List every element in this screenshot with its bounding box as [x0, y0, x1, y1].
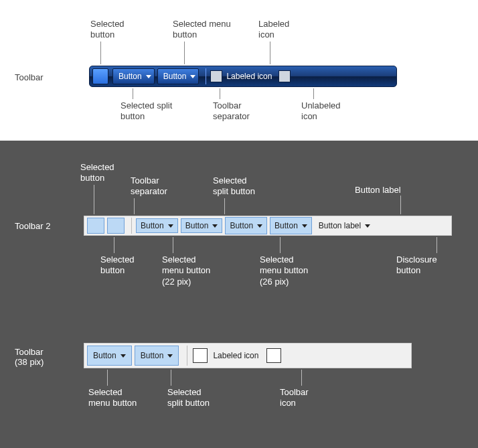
toolbar38-menu-button[interactable]: Button — [87, 346, 132, 366]
chevron-down-icon — [212, 224, 218, 228]
section-toolbar-2: Toolbar 2 Selected button Toolbar separa… — [0, 149, 478, 323]
button-label: Button — [93, 351, 116, 360]
chevron-down-icon — [168, 224, 173, 228]
section-toolbar-38: Toolbar (38 pix) Button Button Labeled i… — [0, 323, 478, 437]
callout-line — [436, 237, 437, 253]
callout-line — [94, 185, 94, 214]
callout-selected-button-b: Selected button — [100, 254, 135, 277]
toolbar2-selected-button-2[interactable] — [107, 218, 125, 234]
callout-selected-menu-button-26: Selected menu button (26 pix) — [260, 254, 308, 287]
toolbar-38: Button Button Labeled icon — [84, 343, 412, 368]
callout-line — [280, 237, 281, 253]
chevron-down-icon — [302, 224, 307, 228]
toolbar1-labeled-icon[interactable] — [210, 70, 222, 82]
chevron-down-icon — [365, 224, 370, 228]
chevron-down-icon — [167, 354, 173, 358]
button-label: Button — [185, 221, 209, 230]
callout-selected-menu-button: Selected menu button — [173, 19, 231, 41]
callout-line — [133, 88, 133, 99]
row-label-toolbar38: Toolbar (38 pix) — [15, 347, 44, 367]
callout-line — [114, 237, 114, 253]
callout-line — [270, 42, 270, 64]
section-dark: Toolbar 2 Selected button Toolbar separa… — [0, 141, 478, 448]
toolbar38-toolbar-icon[interactable] — [266, 348, 281, 363]
callout-line — [220, 88, 220, 99]
row-label-toolbar2: Toolbar 2 — [15, 221, 50, 231]
callout-selected-menu-button: Selected menu button — [88, 387, 137, 409]
toolbar1-menu-button[interactable]: Button — [157, 68, 200, 84]
chevron-down-icon — [146, 75, 151, 78]
toolbar38-labeled-icon[interactable] — [193, 348, 208, 363]
callout-toolbar-icon: Toolbar icon — [280, 387, 309, 409]
row-label-toolbar: Toolbar — [15, 72, 44, 82]
toolbar38-split-button[interactable]: Button — [135, 346, 179, 366]
toolbar2-selected-button-1[interactable] — [87, 218, 104, 234]
callout-line — [134, 198, 135, 214]
callout-selected-split-button: Selected split button — [121, 100, 172, 123]
callout-line — [224, 198, 225, 214]
callout-line — [400, 196, 401, 214]
button-label: Button — [274, 221, 298, 230]
callout-selected-button: Selected button — [90, 19, 125, 41]
callout-toolbar-separator: Toolbar separator — [131, 175, 167, 198]
toolbar-1: Button Button Labeled icon — [89, 66, 397, 87]
toolbar38-separator — [187, 346, 187, 366]
callout-line — [301, 370, 302, 386]
callout-line — [184, 42, 185, 64]
section-toolbar-1: Toolbar Selected button Selected menu bu… — [0, 0, 478, 141]
button-label: Button — [141, 221, 164, 230]
chevron-down-icon — [121, 354, 126, 358]
callout-unlabeled-icon: Unlabeled icon — [301, 100, 341, 123]
toolbar2-disclosure-button[interactable]: Button label — [319, 221, 370, 230]
chevron-down-icon — [190, 75, 195, 78]
callout-selected-menu-button-22: Selected menu button (22 pix) — [162, 254, 210, 287]
toolbar2-split-button[interactable]: Button — [181, 218, 223, 233]
toolbar1-separator — [206, 68, 206, 84]
toolbar1-split-button[interactable]: Button — [112, 68, 155, 84]
callout-line — [100, 42, 101, 64]
callout-labeled-icon: Labeled icon — [258, 19, 289, 41]
callout-button-label: Button label — [355, 185, 401, 196]
chevron-down-icon — [257, 224, 262, 228]
toolbar2-menu-button-22[interactable]: Button — [136, 218, 178, 233]
toolbar2-separator — [131, 218, 132, 234]
callout-toolbar-separator: Toolbar separator — [213, 100, 250, 123]
callout-disclosure-button: Disclosure button — [396, 254, 437, 277]
button-label: Button — [230, 221, 253, 230]
button-label: Button — [141, 351, 164, 360]
callout-line — [313, 88, 314, 99]
toolbar1-labeled-icon-text: Labeled icon — [226, 72, 272, 81]
toolbar-2: Button Button Button Button Button label — [84, 216, 452, 236]
button-label: Button — [118, 72, 142, 81]
callout-line — [107, 370, 108, 386]
callout-selected-button: Selected button — [80, 162, 114, 184]
callout-line — [173, 237, 173, 253]
toolbar2-menu-button-26a[interactable]: Button — [225, 217, 267, 234]
callout-selected-split-button: Selected split button — [213, 175, 255, 198]
toolbar1-unlabeled-icon[interactable] — [278, 70, 291, 82]
toolbar38-labeled-icon-text: Labeled icon — [213, 351, 258, 360]
callout-selected-split-button: Selected split button — [167, 387, 210, 409]
callout-line — [171, 370, 171, 386]
toolbar1-selected-button[interactable] — [92, 68, 108, 84]
toolbar2-menu-button-26b[interactable]: Button — [270, 217, 312, 234]
disclosure-label: Button label — [319, 221, 361, 230]
button-label: Button — [163, 72, 187, 81]
